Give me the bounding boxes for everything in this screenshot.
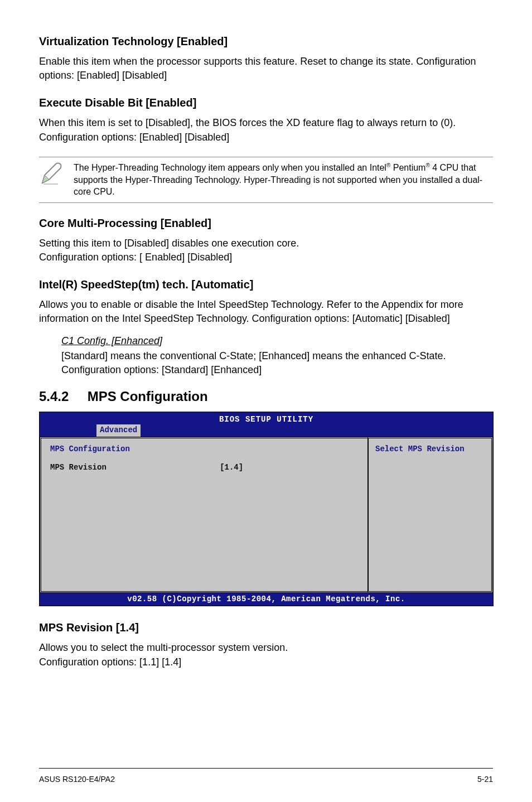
bios-help-text: Select MPS Revision — [375, 445, 465, 453]
heading-core-multi: Core Multi-Processing [Enabled] — [39, 215, 493, 231]
bios-title-text: BIOS SETUP UTILITY — [219, 414, 313, 426]
sub-body: [Standard] means the conventional C-Stat… — [61, 350, 446, 375]
bios-title-bar: BIOS SETUP UTILITY Advanced — [40, 412, 493, 437]
bios-row-label: MPS Revision — [50, 462, 220, 474]
heading-virtualization: Virtualization Technology [Enabled] — [39, 33, 493, 49]
note-text: The Hyper-Threading Technology item appe… — [74, 162, 493, 198]
body-core-multi-1: Setting this item to [Disabled] disables… — [39, 238, 299, 249]
pencil-note-icon — [39, 162, 64, 186]
body-core-multi: Setting this item to [Disabled] disables… — [39, 236, 493, 264]
body-execute-disable: When this item is set to [Disabled], the… — [39, 116, 493, 144]
bios-help-pane: Select MPS Revision — [367, 437, 493, 593]
page-footer: ASUS RS120-E4/PA2 5-21 — [39, 768, 493, 785]
body-virtualization: Enable this item when the processor supp… — [39, 55, 493, 83]
section-name: MPS Configuration — [88, 389, 208, 404]
bios-footer: v02.58 (C)Copyright 1985-2004, American … — [40, 593, 493, 606]
bios-body: MPS Configuration MPS Revision [1.4] Sel… — [40, 437, 493, 593]
body-speedstep: Allows you to enable or disable the Inte… — [39, 298, 493, 326]
note-text-mid: Pentium — [390, 163, 425, 172]
body-mps-2: Configuration options: [1.1] [1.4] — [39, 656, 181, 668]
footer-left: ASUS RS120-E4/PA2 — [39, 774, 115, 785]
reg-mark-2: ® — [425, 162, 429, 168]
body-core-multi-2: Configuration options: [ Enabled] [Disab… — [39, 252, 232, 263]
footer-right: 5-21 — [477, 774, 493, 785]
heading-mps-revision: MPS Revision [1.4] — [39, 620, 493, 635]
heading-execute-disable: Execute Disable Bit [Enabled] — [39, 95, 493, 110]
body-mps-1: Allows you to select the multi-processor… — [39, 642, 288, 653]
body-mps-revision: Allows you to select the multi-processor… — [39, 641, 493, 669]
heading-speedstep: Intel(R) SpeedStep(tm) tech. [Automatic] — [39, 277, 493, 292]
bios-left-pane: MPS Configuration MPS Revision [1.4] — [40, 437, 367, 593]
sub-c1-config: C1 Config. [Enhanced] [Standard] means t… — [61, 334, 493, 378]
section-num: 5.4.2 — [39, 387, 84, 406]
bios-screenshot: BIOS SETUP UTILITY Advanced MPS Configur… — [39, 412, 494, 607]
sub-title: C1 Config. [Enhanced] — [61, 334, 493, 348]
bios-row-mps-revision: MPS Revision [1.4] — [50, 462, 359, 474]
section-5-4-2-title: 5.4.2 MPS Configuration — [39, 387, 493, 406]
note-block: The Hyper-Threading Technology item appe… — [39, 157, 493, 203]
bios-tab-advanced: Advanced — [95, 424, 141, 437]
note-text-pre: The Hyper-Threading Technology item appe… — [74, 163, 386, 172]
bios-row-value: [1.4] — [220, 462, 243, 474]
bios-config-label: MPS Configuration — [50, 444, 359, 455]
